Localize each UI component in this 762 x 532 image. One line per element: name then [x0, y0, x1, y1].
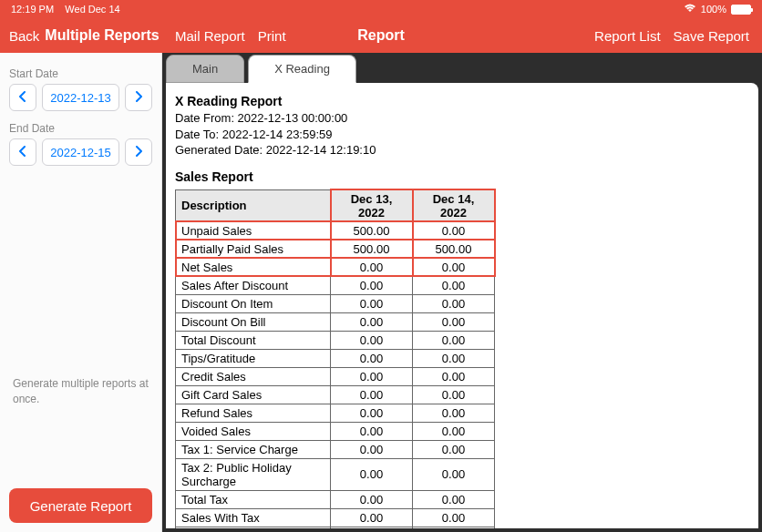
table-cell-v2: 0.00 [413, 385, 495, 404]
start-date-next-button[interactable] [125, 84, 152, 111]
mail-report-button[interactable]: Mail Report [175, 28, 245, 44]
battery-icon [731, 5, 751, 15]
table-row: Refund Sales0.000.00 [176, 404, 495, 422]
table-cell-desc: Discount On Item [176, 294, 331, 312]
table-cell-v1: 0.00 [331, 490, 413, 508]
generate-report-button[interactable]: Generate Report [9, 488, 152, 523]
tab-main[interactable]: Main [166, 55, 244, 83]
table-cell-v1: 0.00 [331, 258, 413, 276]
table-cell-desc: Gift Card Sales [176, 385, 331, 404]
table-cell-desc: Net Sales [176, 258, 331, 276]
report-date-from: Date From: 2022-12-13 00:00:00 [175, 110, 749, 127]
table-cell-desc: Tax 1: Service Charge [176, 440, 331, 458]
report-generated: Generated Date: 2022-12-14 12:19:10 [175, 142, 749, 159]
tab-x-reading[interactable]: X Reading [248, 55, 356, 83]
table-cell-v2: 0.00 [413, 258, 495, 276]
sales-report-table: Description Dec 13, 2022 Dec 14, 2022 Un… [175, 189, 495, 528]
status-time: 12:19 PM [11, 4, 54, 15]
table-row: Sales After Discount0.000.00 [176, 276, 495, 294]
nav-bar: Back Multiple Reports Mail Report Print … [0, 18, 762, 53]
table-row: Gift Card Sales0.000.00 [176, 385, 495, 404]
table-cell-v2: 0.00 [413, 422, 495, 440]
save-report-button[interactable]: Save Report [674, 28, 749, 44]
table-cell-v2: 0.00 [413, 349, 495, 367]
table-cell-v1: 0.00 [331, 276, 413, 294]
tab-bar: Main X Reading [162, 53, 762, 83]
report-panel: X Reading Report Date From: 2022-12-13 0… [166, 83, 758, 528]
status-bar: 12:19 PM Wed Dec 14 100% [0, 0, 762, 18]
table-row: Net Sales0.000.00 [176, 258, 495, 276]
table-cell-v1: 500.00 [331, 240, 413, 258]
end-date-field[interactable]: 2022-12-15 [42, 138, 119, 166]
table-cell-v2: 0.00 [413, 331, 495, 349]
table-cell-v2: 0.00 [413, 367, 495, 385]
table-cell-v1: 0.00 [331, 508, 413, 527]
chevron-left-icon [18, 91, 27, 105]
table-cell-v1: 0.00 [331, 349, 413, 367]
start-date-field[interactable]: 2022-12-13 [42, 84, 119, 111]
table-cell-v1: 0.00 [331, 294, 413, 312]
table-cell-v1: 0.00 [331, 440, 413, 458]
table-row: Tax 2: Public Holiday Surcharge0.000.00 [176, 458, 495, 490]
report-list-button[interactable]: Report List [594, 28, 661, 44]
table-row: Total Tax0.000.00 [176, 490, 495, 508]
page-title: Report [357, 27, 405, 44]
table-cell-v1: 0.00 [331, 458, 413, 490]
table-cell-v2: 0.00 [413, 404, 495, 422]
table-cell-v2: 0.00 [413, 221, 495, 240]
chevron-left-icon [18, 146, 27, 159]
table-row: Tax 1: Service Charge0.000.00 [176, 440, 495, 458]
table-header-col1: Dec 13, 2022 [331, 189, 413, 221]
table-cell-desc: Unpaid Sales [176, 221, 331, 240]
table-row: Tips/Gratitude0.000.00 [176, 349, 495, 367]
table-cell-v1: 0.00 [331, 385, 413, 404]
table-header-desc: Description [176, 189, 331, 221]
table-cell-v2: 0.00 [413, 276, 495, 294]
print-button[interactable]: Print [258, 28, 286, 44]
table-cell-desc: Tax 2: Public Holiday Surcharge [176, 458, 331, 490]
table-cell-v2: 0.00 [413, 458, 495, 490]
start-date-label: Start Date [9, 67, 152, 80]
back-button[interactable]: Back [9, 28, 39, 44]
wifi-icon [684, 4, 696, 15]
table-cell-v1: 0.00 [331, 331, 413, 349]
table-cell-desc: Discount On Bill [176, 312, 331, 331]
end-date-prev-button[interactable] [9, 138, 36, 166]
table-row: Unpaid Sales500.000.00 [176, 221, 495, 240]
table-cell-desc: Partially Paid Sales [176, 240, 331, 258]
table-row: Total Discount0.000.00 [176, 331, 495, 349]
table-cell-desc: Sales After Discount [176, 276, 331, 294]
table-cell-v2: 0.00 [413, 527, 495, 528]
table-cell-v2: 0.00 [413, 508, 495, 527]
battery-percent: 100% [701, 4, 726, 15]
table-cell-v1: 500.00 [331, 221, 413, 240]
status-right: 100% [684, 4, 751, 15]
table-row: Credit Sales0.000.00 [176, 367, 495, 385]
table-row: Discount On Bill0.000.00 [176, 312, 495, 331]
table-cell-v2: 0.00 [413, 312, 495, 331]
end-date-next-button[interactable] [125, 138, 152, 166]
report-section-title: Sales Report [175, 169, 749, 184]
table-cell-desc: Tips/Gratitude [176, 349, 331, 367]
start-date-prev-button[interactable] [9, 84, 36, 111]
help-text: Generate multiple reports at once. [13, 376, 149, 407]
table-cell-v1: 0.00 [331, 527, 413, 528]
table-cell-desc: Voided Sales [176, 422, 331, 440]
table-cell-v1: 0.00 [331, 367, 413, 385]
table-cell-v2: 0.00 [413, 490, 495, 508]
table-row: Discount On Item0.000.00 [176, 294, 495, 312]
table-cell-v1: 0.00 [331, 404, 413, 422]
table-cell-v2: 500.00 [413, 240, 495, 258]
report-title: X Reading Report [175, 94, 749, 108]
table-cell-v1: 0.00 [331, 422, 413, 440]
table-row: Voided Sales0.000.00 [176, 422, 495, 440]
table-header-col2: Dec 14, 2022 [413, 189, 495, 221]
content-area: Main X Reading X Reading Report Date Fro… [162, 53, 762, 532]
status-date: Wed Dec 14 [65, 4, 119, 15]
end-date-label: End Date [9, 122, 152, 135]
report-date-to: Date To: 2022-12-14 23:59:59 [175, 127, 749, 143]
table-cell-desc: Total Tax [176, 490, 331, 508]
sidebar: Start Date 2022-12-13 End Date 2022-12- [0, 53, 162, 532]
table-row: Partially Paid Sales500.00500.00 [176, 240, 495, 258]
table-cell-v1: 0.00 [331, 312, 413, 331]
